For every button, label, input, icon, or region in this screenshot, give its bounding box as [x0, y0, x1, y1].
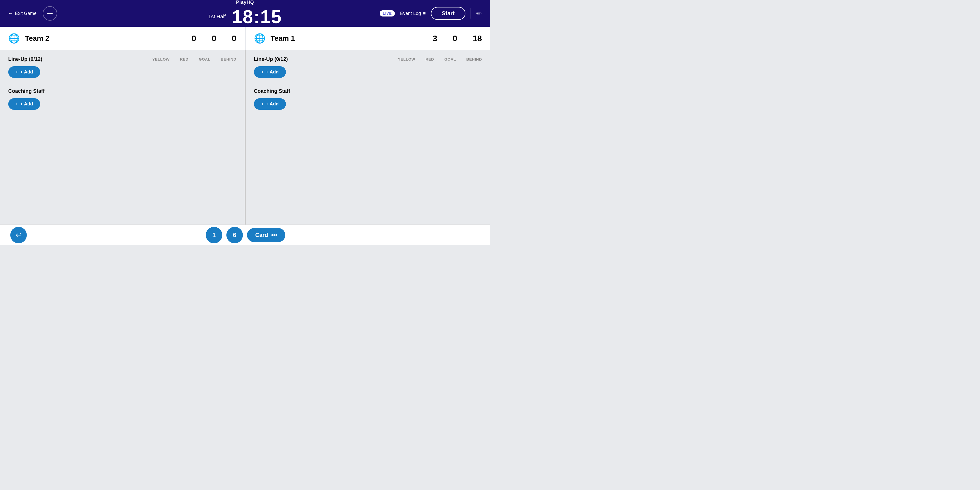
team2-add-coaching-button[interactable]: + + Add [8, 98, 40, 110]
team1-panel: 🌐 Team 1 3 0 18 [246, 27, 490, 50]
team2-coaching-header: Coaching Staff [8, 88, 236, 94]
team2-content: Line-Up (0/12) YELLOW RED GOAL BEHIND + … [0, 50, 246, 225]
card-label: Card [255, 232, 268, 238]
undo-button[interactable]: ↩ [10, 227, 27, 243]
team2-col-behind: BEHIND [221, 57, 236, 61]
event-log-button[interactable]: Event Log ≡ [400, 11, 426, 16]
team2-name: Team 2 [25, 34, 186, 43]
event-log-icon: ≡ [423, 11, 426, 16]
team2-score2: 0 [212, 34, 216, 43]
card-more-icon: ••• [271, 232, 277, 238]
team2-add-lineup-label: + Add [20, 69, 33, 75]
team1-lineup-header: Line-Up (0/12) YELLOW RED GOAL BEHIND [254, 56, 482, 62]
exit-game-button[interactable]: ← Exit Game [8, 11, 37, 16]
team1-coaching-header: Coaching Staff [254, 88, 482, 94]
card-button[interactable]: Card ••• [247, 228, 285, 242]
team2-scores: 0 0 0 [192, 34, 236, 43]
team1-globe-icon: 🌐 [254, 33, 266, 44]
header-left: ← Exit Game ••• [8, 6, 57, 21]
exit-game-label: Exit Game [15, 11, 37, 16]
team1-lineup-title: Line-Up (0/12) [254, 56, 288, 62]
half-label: 1st Half [208, 14, 226, 19]
score-6-button[interactable]: 6 [226, 227, 243, 243]
team2-globe-icon: 🌐 [8, 33, 20, 44]
team1-col-goal: GOAL [444, 57, 456, 61]
header-center: PlayHQ 1st Half 18:15 [208, 0, 282, 27]
team2-coaching-title: Coaching Staff [8, 88, 45, 94]
edit-button[interactable]: ✏ [476, 10, 482, 18]
teams-row: 🌐 Team 2 0 0 0 🌐 Team 1 3 0 18 [0, 27, 490, 50]
plus-icon: + [16, 69, 18, 75]
team1-col-behind: BEHIND [466, 57, 482, 61]
team2-coaching-section: Coaching Staff + + Add [8, 88, 236, 110]
edit-icon: ✏ [476, 10, 482, 17]
undo-icon: ↩ [16, 231, 22, 239]
team1-add-lineup-label: + Add [266, 69, 279, 75]
ellipsis-icon: ••• [47, 10, 53, 17]
team1-col-red: RED [425, 57, 434, 61]
bottom-bar: ↩ 1 6 Card ••• [0, 225, 490, 245]
event-log-label: Event Log [400, 11, 421, 16]
team2-col-red: RED [180, 57, 188, 61]
team2-col-yellow: YELLOW [152, 57, 169, 61]
timer-section: 1st Half 18:15 [208, 6, 282, 27]
team2-panel: 🌐 Team 2 0 0 0 [0, 27, 246, 50]
team1-content: Line-Up (0/12) YELLOW RED GOAL BEHIND + … [246, 50, 490, 225]
team1-col-headers: YELLOW RED GOAL BEHIND [398, 57, 482, 61]
team2-lineup-title: Line-Up (0/12) [8, 56, 42, 62]
team1-add-coaching-button[interactable]: + + Add [254, 98, 286, 110]
start-button[interactable]: Start [431, 7, 465, 20]
team2-col-goal: GOAL [199, 57, 210, 61]
logo: PlayHQ [236, 0, 254, 5]
live-badge: LIVE [380, 10, 395, 16]
team2-col-headers: YELLOW RED GOAL BEHIND [152, 57, 236, 61]
team1-add-lineup-button[interactable]: + + Add [254, 66, 286, 78]
team1-col-yellow: YELLOW [398, 57, 415, 61]
team1-coaching-title: Coaching Staff [254, 88, 290, 94]
menu-button[interactable]: ••• [43, 6, 57, 21]
team1-add-coaching-label: + Add [266, 101, 279, 107]
content-area: Line-Up (0/12) YELLOW RED GOAL BEHIND + … [0, 50, 490, 225]
team2-add-lineup-button[interactable]: + + Add [8, 66, 40, 78]
plus-icon-2: + [16, 101, 18, 107]
team2-lineup-header: Line-Up (0/12) YELLOW RED GOAL BEHIND [8, 56, 236, 62]
arrow-left-icon: ← [8, 11, 13, 16]
team1-score1: 3 [433, 34, 438, 43]
team1-score2: 0 [453, 34, 457, 43]
team1-scores: 3 0 18 [433, 34, 482, 43]
score-1-button[interactable]: 1 [206, 227, 222, 243]
team1-coaching-section: Coaching Staff + + Add [254, 88, 482, 110]
team1-score3: 18 [473, 34, 482, 43]
plus-icon-4: + [261, 101, 264, 107]
plus-icon-3: + [261, 69, 264, 75]
team1-name: Team 1 [271, 34, 428, 43]
header: ← Exit Game ••• PlayHQ 1st Half 18:15 LI… [0, 0, 490, 27]
team2-add-coaching-label: + Add [20, 101, 33, 107]
team2-score1: 0 [192, 34, 196, 43]
bottom-left: ↩ [10, 227, 27, 243]
header-right: LIVE Event Log ≡ Start ✏ [380, 7, 482, 20]
bottom-center: 1 6 Card ••• [206, 227, 285, 243]
divider [471, 8, 471, 19]
timer-display: 18:15 [232, 6, 282, 27]
team2-score3: 0 [232, 34, 236, 43]
